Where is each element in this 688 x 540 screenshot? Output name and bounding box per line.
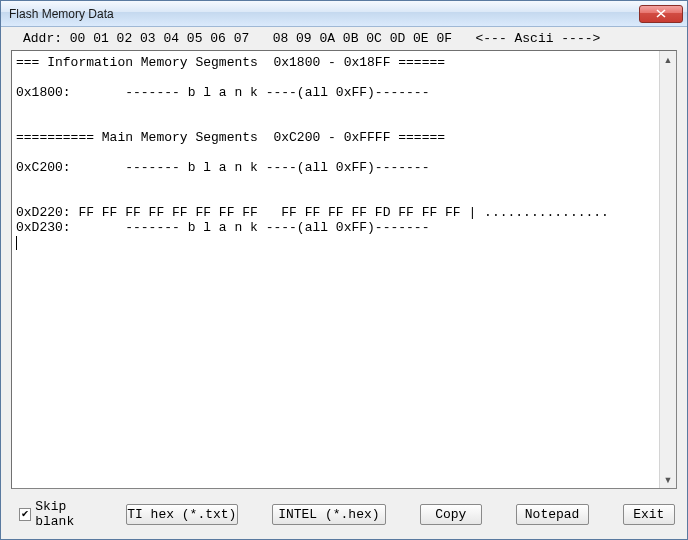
close-icon [656,9,666,18]
skip-blank-checkbox[interactable]: ✔ [19,508,31,521]
address-header: Addr: 00 01 02 03 04 05 06 07 08 09 0A 0… [1,27,687,48]
notepad-button[interactable]: Notepad [516,504,589,525]
titlebar: Flash Memory Data [1,1,687,27]
exit-button[interactable]: Exit [623,504,675,525]
intel-hex-button[interactable]: INTEL (*.hex) [272,504,386,525]
dump-line: ========== Main Memory Segments 0xC200 -… [16,130,445,145]
window-title: Flash Memory Data [9,7,639,21]
scroll-up-arrow-icon[interactable]: ▲ [660,51,676,68]
dump-line: 0xC200: ------- b l a n k ----(all 0xFF)… [16,160,429,175]
skip-blank-label: Skip blank [35,499,107,529]
copy-button[interactable]: Copy [420,504,482,525]
dump-line: 0x1800: ------- b l a n k ----(all 0xFF)… [16,85,429,100]
memory-dump-text: === Information Memory Segments 0x1800 -… [12,51,659,488]
close-button[interactable] [639,5,683,23]
button-row: ✔ Skip blank TI hex (*.txt) INTEL (*.hex… [1,495,687,539]
dump-line: 0xD220: FF FF FF FF FF FF FF FF FF FF FF… [16,205,609,220]
dump-line: 0xD230: ------- b l a n k ----(all 0xFF)… [16,220,429,235]
dump-line: === Information Memory Segments 0x1800 -… [16,55,445,70]
scroll-down-arrow-icon[interactable]: ▼ [660,471,676,488]
ti-hex-button[interactable]: TI hex (*.txt) [126,504,238,525]
vertical-scrollbar[interactable]: ▲ ▼ [659,51,676,488]
skip-blank-checkbox-wrap[interactable]: ✔ Skip blank [19,499,108,529]
memory-dump-frame: === Information Memory Segments 0x1800 -… [11,50,677,489]
text-caret [16,236,17,250]
flash-memory-window: Flash Memory Data Addr: 00 01 02 03 04 0… [0,0,688,540]
